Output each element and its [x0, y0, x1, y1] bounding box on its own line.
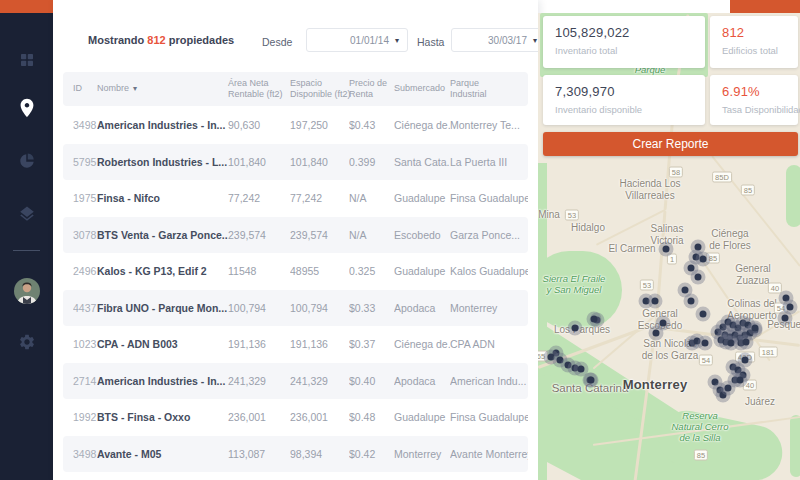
map-marker[interactable]: [688, 298, 695, 305]
table-row[interactable]: 4437Fibra UNO - Parque Mon...100,794100,…: [63, 290, 528, 327]
table-cell: 5795: [73, 156, 97, 168]
map-marker[interactable]: [742, 357, 749, 364]
table-cell: Avante - M05: [97, 448, 228, 460]
map-marker[interactable]: [700, 311, 707, 318]
map-marker[interactable]: [782, 315, 789, 322]
table-cell: 48955: [290, 265, 349, 277]
map-marker[interactable]: [752, 325, 759, 332]
map[interactable]: ParqueMinaHidalgoHacienda Los Villarreal…: [538, 13, 800, 480]
table-row[interactable]: 1992BTS - Finsa - Oxxo236,001236,001$0.4…: [63, 399, 528, 436]
map-marker[interactable]: [743, 339, 750, 346]
table-cell: $0.40: [349, 375, 394, 387]
map-marker[interactable]: [700, 256, 707, 263]
map-marker[interactable]: [695, 244, 702, 251]
map-marker[interactable]: [783, 295, 790, 302]
stat-card-inventario-disponible: 7,309,970 Inventario disponible: [543, 75, 705, 125]
column-header: Submercado: [394, 83, 450, 94]
map-marker[interactable]: [787, 304, 794, 311]
map-label: El Carmen: [608, 243, 655, 255]
table-cell: 0.325: [349, 265, 394, 277]
map-label: Ciénega de Flores: [709, 228, 751, 251]
table-cell: Santa Cata...: [394, 156, 450, 168]
sidebar-item-layers[interactable]: [0, 197, 53, 231]
table-row[interactable]: 2496Kalos - KG P13, Edif 211548489550.32…: [63, 253, 528, 290]
table-row[interactable]: 3498American Industries - In...90,630197…: [63, 107, 528, 144]
top-cover: [538, 0, 730, 13]
map-marker[interactable]: [660, 320, 667, 327]
map-marker[interactable]: [565, 362, 572, 369]
table-row[interactable]: 5795Robertson Industries - L...101,84010…: [63, 144, 528, 181]
table-row[interactable]: 1023CPA - ADN B003191,136191,136$0.37Cié…: [63, 326, 528, 363]
table-cell: 2714: [73, 375, 97, 387]
table-cell: 241,329: [290, 375, 349, 387]
table-row[interactable]: 2714American Industries - In...241,32924…: [63, 363, 528, 400]
table-cell: Guadalupe: [394, 192, 450, 204]
pie-chart-icon: [18, 152, 36, 170]
map-marker[interactable]: [557, 357, 564, 364]
sidebar-item-map[interactable]: [0, 91, 53, 125]
sidebar-item-dashboard[interactable]: [0, 43, 53, 77]
map-marker[interactable]: [745, 322, 752, 329]
sidebar-item-settings[interactable]: [0, 325, 53, 359]
map-marker[interactable]: [688, 265, 695, 272]
map-marker[interactable]: [652, 298, 659, 305]
avatar[interactable]: [14, 278, 40, 304]
map-marker[interactable]: [712, 379, 719, 386]
table-cell: $0.42: [349, 448, 394, 460]
sidebar-item-analytics[interactable]: [0, 144, 53, 178]
table-cell: 1023: [73, 338, 97, 350]
map-marker[interactable]: [695, 274, 702, 281]
map-label: Salinas Victoria: [650, 223, 683, 246]
map-marker[interactable]: [725, 385, 732, 392]
road-badge: 85: [706, 253, 720, 264]
stat-value: 6.91%: [722, 84, 786, 99]
map-marker[interactable]: [737, 377, 744, 384]
map-marker[interactable]: [720, 392, 727, 399]
table-cell: 239,574: [290, 229, 349, 241]
results-summary: Mostrando 812 propiedades: [88, 34, 234, 46]
table-cell: 241,329: [228, 375, 290, 387]
map-marker[interactable]: [548, 354, 555, 361]
table-cell: 1992: [73, 411, 97, 423]
stat-value: 105,829,022: [555, 25, 693, 40]
table-row[interactable]: 3498Avante - M05113,08798,394$0.42Monter…: [63, 436, 528, 473]
table-row[interactable]: 3078BTS Venta - Garza Ponce...239,574239…: [63, 217, 528, 254]
table-cell: 77,242: [228, 192, 290, 204]
map-marker[interactable]: [682, 287, 689, 294]
table-cell: Robertson Industries - L...: [97, 156, 228, 168]
map-marker[interactable]: [693, 254, 700, 261]
map-green-area: [790, 415, 800, 477]
table-cell: 90,630: [228, 119, 290, 131]
map-label: General Zuazua: [735, 263, 771, 286]
map-marker[interactable]: [591, 316, 598, 323]
results-count: 812: [147, 34, 165, 46]
map-marker[interactable]: [643, 298, 650, 305]
stat-label: Edificios total: [722, 45, 786, 56]
table-row[interactable]: 1975Finsa - Nifco77,24277,242N/AGuadalup…: [63, 180, 528, 217]
column-header[interactable]: Nombre▾: [97, 83, 228, 94]
table-cell: Kalos - KG P13, Edif 2: [97, 265, 228, 277]
table-cell: Ciénega de...: [394, 119, 450, 131]
date-from-value: 01/01/14: [350, 35, 389, 46]
table-cell: Finsa Guadalupe: [450, 411, 528, 423]
date-to-select[interactable]: 30/03/17 ▾: [451, 28, 546, 52]
table-cell: BTS - Finsa - Oxxo: [97, 411, 228, 423]
table-cell: CPA ADN: [450, 338, 528, 350]
map-marker[interactable]: [653, 330, 660, 337]
map-marker[interactable]: [578, 366, 585, 373]
table-cell: BTS Venta - Garza Ponce...: [97, 229, 228, 241]
map-marker[interactable]: [572, 325, 579, 332]
map-marker[interactable]: [702, 340, 709, 347]
map-marker[interactable]: [694, 338, 701, 345]
map-marker[interactable]: [588, 377, 595, 384]
table-cell: 100,794: [228, 302, 290, 314]
map-marker[interactable]: [728, 340, 735, 347]
create-report-button[interactable]: Crear Reporte: [543, 132, 798, 156]
map-marker[interactable]: [663, 246, 670, 253]
table-cell: Monterrey: [394, 448, 450, 460]
layers-icon: [18, 205, 36, 223]
table-cell: Monterrey: [450, 302, 528, 314]
date-from-select[interactable]: 01/01/14 ▾: [306, 28, 408, 52]
road-badge: 53: [640, 280, 654, 291]
table-cell: 239,574: [228, 229, 290, 241]
